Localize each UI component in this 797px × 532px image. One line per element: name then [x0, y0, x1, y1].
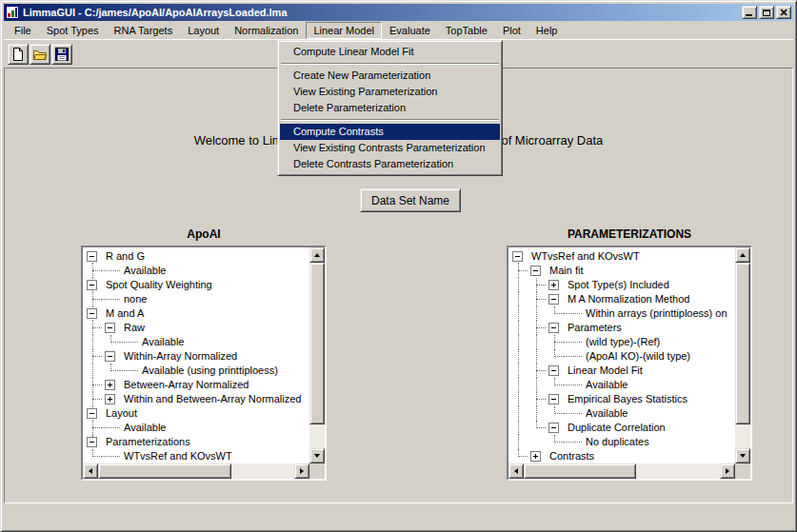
collapse-icon[interactable]	[87, 408, 97, 419]
tree-item-label: WTvsRef and KOvsWT	[528, 249, 640, 264]
menu-evaluate[interactable]: Evaluate	[382, 22, 438, 39]
tree-item[interactable]: Between-Array Normalized	[84, 378, 309, 392]
tree-item[interactable]: Within arrays (printtiploess) on	[509, 306, 735, 321]
tree-item[interactable]: Contrasts	[509, 449, 735, 463]
menu-normalization[interactable]: Normalization	[227, 22, 306, 39]
collapse-icon[interactable]	[512, 251, 523, 262]
expand-icon[interactable]	[105, 380, 115, 390]
menu-item-view-existing-contrasts-parameterization[interactable]: View Existing Contrasts Parameterization	[280, 140, 500, 156]
tree-item[interactable]: Within and Between-Array Normalized	[84, 392, 309, 406]
expand-icon[interactable]	[530, 451, 541, 462]
tree-item[interactable]: Empirical Bayes Statistics	[509, 392, 735, 406]
scroll-right-button[interactable]	[720, 463, 735, 479]
menu-linear-model[interactable]: Linear Model	[306, 22, 382, 39]
menu-item-view-existing-parameterization[interactable]: View Existing Parameterization	[280, 84, 500, 100]
close-button[interactable]: ✕	[776, 6, 791, 19]
tree-item[interactable]: Parameterizations	[84, 435, 309, 449]
scroll-left-button[interactable]	[83, 463, 98, 479]
tree-item[interactable]: M and A	[84, 306, 309, 321]
scroll-up-button[interactable]	[309, 247, 325, 263]
tree-item[interactable]: (ApoAI KO)-(wild type)	[509, 349, 735, 364]
tree-item-label: Spot Quality Weighting	[102, 278, 212, 292]
collapse-icon[interactable]	[548, 394, 559, 404]
collapse-icon[interactable]	[105, 351, 115, 362]
menu-separator	[281, 119, 499, 121]
save-file-button[interactable]	[51, 44, 72, 65]
tree-item[interactable]: Spot Type(s) Included	[509, 278, 735, 292]
minimize-button[interactable]	[742, 6, 757, 19]
menu-item-delete-contrasts-parameterization[interactable]: Delete Contrasts Parameterization	[280, 156, 500, 172]
collapse-icon[interactable]	[548, 423, 559, 433]
scrollbar-thumb[interactable]	[524, 463, 636, 479]
app-window: LimmaGUI - C:/james/ApoAI/ApoAIArraysLoa…	[0, 0, 797, 532]
scrollbar-thumb[interactable]	[98, 463, 231, 479]
collapse-icon[interactable]	[548, 365, 559, 376]
collapse-icon[interactable]	[87, 437, 97, 447]
tree-item-label: Parameters	[564, 321, 622, 335]
tree-line	[84, 292, 102, 306]
menu-rna-targets[interactable]: RNA Targets	[107, 22, 181, 39]
tree-item[interactable]: Available	[84, 264, 309, 278]
horizontal-scrollbar[interactable]	[83, 463, 309, 479]
tree-line	[102, 292, 120, 306]
tree-item[interactable]: Duplicate Correlation	[509, 421, 735, 435]
collapse-icon[interactable]	[530, 266, 541, 276]
scroll-up-button[interactable]	[735, 247, 750, 263]
tree-item[interactable]: Available (using printtiploess)	[84, 364, 309, 378]
vertical-scrollbar[interactable]	[309, 247, 325, 463]
menu-file[interactable]: File	[7, 22, 39, 39]
tree-item[interactable]: Available	[509, 378, 735, 392]
tree-item[interactable]: Linear Model Fit	[509, 364, 735, 378]
scrollbar-thumb[interactable]	[309, 263, 325, 424]
maximize-button[interactable]	[759, 6, 774, 19]
tree-item[interactable]: Spot Quality Weighting	[84, 278, 309, 292]
collapse-icon[interactable]	[87, 308, 97, 319]
scroll-down-button[interactable]	[735, 448, 750, 463]
vertical-scrollbar[interactable]	[735, 247, 750, 463]
dataset-name-button[interactable]: Data Set Name	[360, 188, 461, 212]
menu-item-delete-parameterization[interactable]: Delete Parameterization	[280, 100, 500, 116]
menu-toptable[interactable]: TopTable	[438, 22, 495, 39]
save-file-icon	[54, 47, 70, 62]
horizontal-scrollbar[interactable]	[508, 463, 735, 479]
tree-item[interactable]: Within-Array Normalized	[84, 349, 309, 364]
expand-icon[interactable]	[105, 394, 115, 404]
scroll-right-button[interactable]	[294, 463, 309, 479]
collapse-icon[interactable]	[548, 294, 559, 305]
menu-help[interactable]: Help	[528, 22, 566, 39]
tree-item[interactable]: R and G	[84, 249, 309, 264]
tree-item[interactable]: Raw	[84, 321, 309, 335]
menu-plot[interactable]: Plot	[495, 22, 528, 39]
menu-item-compute-linear-model-fit[interactable]: Compute Linear Model Fit	[280, 44, 500, 60]
arrow-down-icon	[740, 454, 746, 458]
tree-item[interactable]: M A Normalization Method	[509, 292, 735, 306]
tree-item[interactable]: Available	[509, 406, 735, 421]
scrollbar-thumb[interactable]	[735, 263, 750, 424]
tree-item[interactable]: Available	[84, 335, 309, 349]
menu-item-create-new-parameterization[interactable]: Create New Parameterization	[280, 68, 500, 84]
collapse-icon[interactable]	[87, 251, 97, 262]
collapse-icon[interactable]	[105, 323, 115, 333]
menu-spot-types[interactable]: Spot Types	[39, 22, 107, 39]
tree-item[interactable]: (wild type)-(Ref)	[509, 335, 735, 349]
collapse-icon[interactable]	[548, 323, 559, 333]
expand-icon[interactable]	[548, 280, 559, 290]
tree-item[interactable]: WTvsRef and KOvsWT	[509, 249, 735, 264]
tree-item[interactable]: Parameters	[509, 321, 735, 335]
new-file-button[interactable]	[8, 44, 29, 65]
tree-item[interactable]: No duplicates	[509, 435, 735, 449]
tree-item[interactable]: Available	[84, 421, 309, 435]
title-bar[interactable]: LimmaGUI - C:/james/ApoAI/ApoAIArraysLoa…	[4, 4, 793, 21]
collapse-icon[interactable]	[87, 280, 97, 290]
tree-item[interactable]: none	[84, 292, 309, 306]
tree-item[interactable]: Main fit	[509, 264, 735, 278]
menu-item-compute-contrasts[interactable]: Compute Contrasts	[280, 124, 500, 140]
tree-line	[528, 435, 546, 449]
menu-separator	[281, 63, 499, 65]
open-file-button[interactable]	[30, 44, 50, 65]
tree-item[interactable]: WTvsRef and KOvsWT	[84, 449, 309, 463]
scroll-down-button[interactable]	[309, 448, 325, 463]
scroll-left-button[interactable]	[508, 463, 524, 479]
menu-layout[interactable]: Layout	[180, 22, 227, 39]
tree-item[interactable]: Layout	[84, 406, 309, 421]
